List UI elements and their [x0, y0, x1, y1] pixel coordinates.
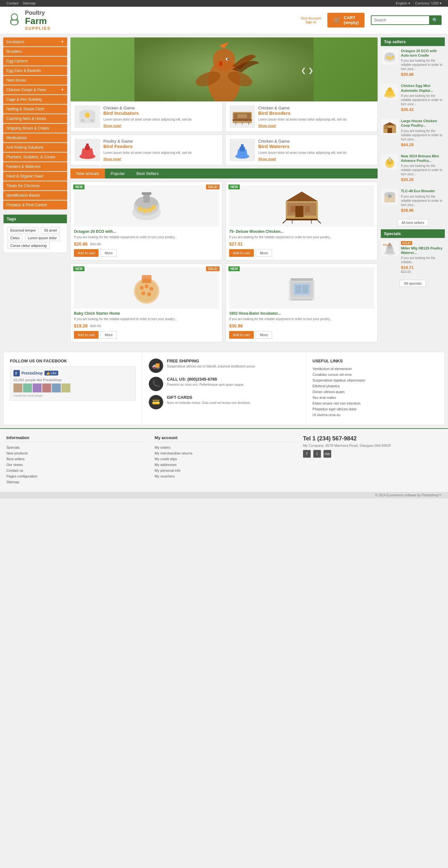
- tab-new-arrivals[interactable]: New arrivals: [70, 168, 105, 179]
- product-actions-2: Add to cart More: [229, 249, 374, 257]
- footer-link-addresses[interactable]: My addresses: [155, 463, 176, 467]
- logo[interactable]: Poultry Farm SUPPLIES: [6, 10, 51, 31]
- svg-rect-56: [142, 275, 151, 283]
- cat-shop-link-3[interactable]: Shop now!: [103, 157, 121, 161]
- tag-4[interactable]: Lorem ipsum dolor: [25, 235, 60, 241]
- useful-link-5[interactable]: Donec ultrices quam: [312, 390, 439, 394]
- rss-social-icon[interactable]: rss: [324, 450, 331, 458]
- menu-item-predator[interactable]: Predator & Pest Control: [3, 200, 67, 210]
- useful-link-9[interactable]: Ut viverra urna eu: [312, 412, 439, 417]
- contact-link[interactable]: Contact: [6, 1, 19, 5]
- add-to-cart-4[interactable]: Add to cart: [229, 331, 254, 339]
- cart-label: CART(empty): [344, 16, 359, 25]
- menu-item-egg-cartons[interactable]: Egg Cartons: [3, 57, 67, 66]
- tag-3[interactable]: Cletur: [7, 235, 22, 241]
- menu-item-netting[interactable]: Netting & Shade Cloth: [3, 104, 67, 114]
- cat-label2-3: Bird Feeders: [103, 144, 192, 149]
- footer-link-pages[interactable]: Pages configuration: [6, 474, 37, 478]
- footer-link-new-products[interactable]: New products: [6, 451, 28, 455]
- product-image-3: [74, 267, 219, 309]
- more-4[interactable]: More: [256, 331, 272, 339]
- menu-item-catching[interactable]: Catching Nets & Hooks: [3, 114, 67, 123]
- menu-item-egg-care[interactable]: Egg Care & Baskets: [3, 66, 67, 75]
- cat-feeders-body: Poultry & Game Bird Feeders Lorem ipsum …: [103, 139, 192, 161]
- more-1[interactable]: More: [100, 249, 117, 257]
- tab-best-sellers[interactable]: Best Sellers: [130, 168, 164, 179]
- ts-desc-5: If you are looking for the reliable equi…: [401, 194, 445, 207]
- search-button[interactable]: 🔍: [429, 16, 441, 24]
- cart-button[interactable]: 🛒 CART(empty): [327, 13, 364, 28]
- footer-link-sitemap[interactable]: Sitemap: [6, 480, 19, 484]
- cat-incubators-image: [74, 105, 100, 128]
- useful-link-6[interactable]: Sec erat males: [312, 395, 439, 400]
- product-image-2: [229, 185, 374, 227]
- product-badges-4: NEW: [229, 267, 240, 271]
- svg-point-70: [388, 87, 392, 92]
- svg-rect-23: [237, 114, 247, 118]
- useful-link-7[interactable]: Etiam ornare nisl non interdum: [312, 401, 439, 406]
- all-specials-button[interactable]: All specials: [400, 280, 426, 287]
- footer-link-returns[interactable]: My merchandise returns: [155, 451, 192, 455]
- menu-item-chicken-coops[interactable]: Chicken Coops & Pens ▼: [3, 85, 67, 94]
- tag-1[interactable]: Eiusmod tempor: [7, 227, 39, 234]
- footer-link-contact[interactable]: Contact us: [6, 469, 23, 472]
- useful-link-4[interactable]: Eifefend pharetra: [312, 384, 439, 388]
- price-old-3: $20.96: [90, 324, 101, 328]
- product-actions-1: Add to cart More: [74, 249, 219, 257]
- menu-item-anti-picking[interactable]: Anti-Picking Solutions: [3, 143, 67, 152]
- menu-item-incubators[interactable]: Incubators ▼: [3, 37, 67, 46]
- cat-card-feeders: Poultry & Game Bird Feeders Lorem ipsum …: [70, 135, 223, 165]
- top-seller-3: Large House Chicken Coop Poultry... If y…: [381, 119, 445, 151]
- language-select[interactable]: English ▾: [396, 1, 410, 5]
- cat-shop-link-2[interactable]: Shop now!: [258, 124, 276, 128]
- footer-link-personal[interactable]: My personal info: [155, 469, 180, 472]
- footer-link-vouchers[interactable]: My vouchers: [155, 474, 174, 478]
- footer-link-best-sellers[interactable]: Best sellers: [6, 457, 25, 461]
- gift-title: GIFT CARDS: [167, 395, 250, 400]
- useful-link-1[interactable]: Vestibulum id elementum: [312, 367, 439, 371]
- menu-item-feeders[interactable]: Feeders & Waterers: [3, 162, 67, 171]
- cat-shop-link-4[interactable]: Shop now!: [258, 157, 276, 161]
- tag-2[interactable]: Sit amet: [41, 227, 60, 234]
- useful-link-8[interactable]: Phasellus eget ultrices dolor: [312, 407, 439, 411]
- price-new-4: $30.96: [229, 323, 243, 329]
- product-card-4: NEW 1602 Hova-Bator Incubator... If you …: [226, 264, 378, 342]
- more-2[interactable]: More: [256, 249, 272, 257]
- tag-5[interactable]: Conse cletur adipiscing: [7, 242, 50, 249]
- product-name-1: Octagon 20 ECO with...: [74, 229, 219, 234]
- add-to-cart-1[interactable]: Add to cart: [74, 249, 98, 257]
- top-bar: Contact Sitemap English ▾ Currency: USD …: [0, 0, 448, 7]
- more-3[interactable]: More: [100, 331, 117, 339]
- menu-item-medications[interactable]: Medications: [3, 133, 67, 142]
- menu-item-shipping[interactable]: Shipping Boxes & Crates: [3, 124, 67, 133]
- twitter-social-icon[interactable]: t: [313, 450, 321, 458]
- useful-link-2[interactable]: Curabitur cursus vel eros: [312, 372, 439, 377]
- tab-popular[interactable]: Popular: [105, 168, 131, 179]
- facebook-social-icon[interactable]: f: [303, 450, 311, 458]
- menu-item-identification[interactable]: Identification Bands: [3, 191, 67, 200]
- svg-point-33: [138, 207, 143, 212]
- footer-link-orders[interactable]: My orders: [155, 445, 170, 450]
- product-price-1: $20.86 $21.95: [74, 242, 219, 247]
- logo-poultry: Poultry: [25, 10, 51, 16]
- menu-item-treats[interactable]: Treats for Chickens: [3, 181, 67, 190]
- currency-select[interactable]: Currency: USD ▾: [415, 1, 442, 5]
- add-to-cart-3[interactable]: Add to cart: [74, 331, 98, 339]
- menu-item-feed[interactable]: Feed & Organic Feed: [3, 172, 67, 181]
- cat-shop-link[interactable]: Shop now!: [103, 124, 121, 128]
- menu-item-cage-pen[interactable]: Cage & Pen Building: [3, 95, 67, 104]
- account-link[interactable]: Your AccountSign In: [300, 16, 321, 24]
- footer-link-our-stores[interactable]: Our stores: [6, 463, 23, 467]
- useful-link-3[interactable]: Suspendisse dapibus ullamcorper: [312, 378, 439, 382]
- footer-link-specials[interactable]: Specials: [6, 445, 20, 450]
- menu-item-brooders[interactable]: Brooders: [3, 47, 67, 56]
- like-button[interactable]: 👍 Like: [44, 371, 58, 375]
- search-input[interactable]: [371, 16, 429, 24]
- menu-item-nest-boxes[interactable]: Nest Boxes: [3, 76, 67, 85]
- menu-item-pluckers[interactable]: Pluckers, Scalders, & Cones: [3, 153, 67, 161]
- cat-brooders-image: [230, 105, 255, 128]
- footer-link-credit[interactable]: My credit slips: [155, 457, 177, 461]
- sitemap-link[interactable]: Sitemap: [23, 1, 35, 5]
- all-best-sellers-button[interactable]: All best sellers: [397, 219, 428, 226]
- add-to-cart-2[interactable]: Add to cart: [229, 249, 254, 257]
